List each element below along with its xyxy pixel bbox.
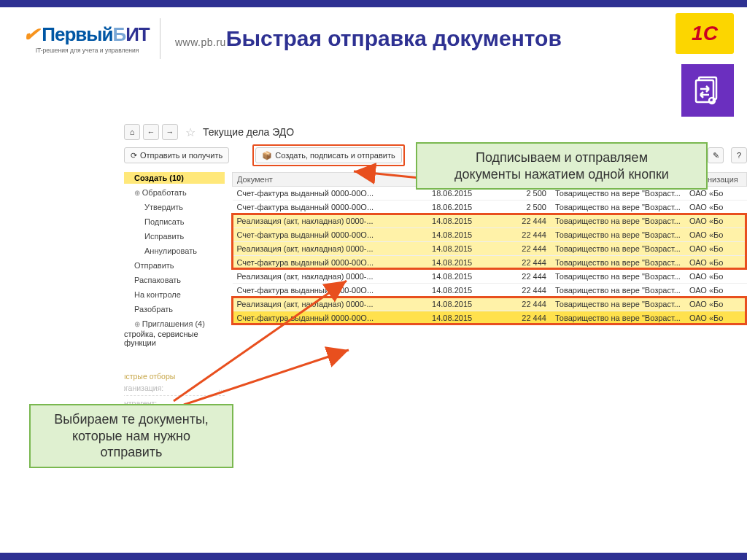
- service-functions-button[interactable]: стройка, сервисные функции: [124, 330, 225, 347]
- create-sign-send-highlight: 📦Создать, подписать и отправить: [252, 144, 405, 166]
- vendor-logo: ✔ПервыйБИТ IT-решения для учета и управл…: [0, 18, 160, 59]
- tree-item[interactable]: Приглашения (4): [124, 318, 225, 330]
- sidebar: Создать (10)ОбработатьУтвердитьПодписать…: [124, 172, 225, 347]
- vendor-tagline: IT-решения для учета и управления: [36, 47, 139, 54]
- tree-item[interactable]: Аннулировать: [124, 245, 225, 257]
- documents-grid[interactable]: ДокументДата ↓СуммаКонтрагентОрганизация…: [232, 172, 747, 325]
- tree-item[interactable]: Создать (10): [124, 172, 225, 184]
- table-row[interactable]: Реализация (акт, накладная) 0000-...14.0…: [233, 242, 747, 256]
- help-button[interactable]: ?: [731, 147, 747, 163]
- slide-title: Быстрая отправка документов: [226, 26, 562, 51]
- slide-bottom-bar: [0, 553, 747, 560]
- tree-item[interactable]: Разобрать: [124, 303, 225, 315]
- refresh-icon: ⟳: [131, 151, 137, 160]
- tree-item[interactable]: Обработать: [124, 187, 225, 198]
- package-icon: 📦: [262, 151, 272, 160]
- favorite-icon[interactable]: ☆: [185, 125, 196, 139]
- tree-item[interactable]: Подписать: [124, 216, 225, 228]
- tree-item[interactable]: Утвердить: [124, 201, 225, 213]
- filters-header: Быстрые отборы: [124, 372, 225, 381]
- slide-header: ✔ПервыйБИТ IT-решения для учета и управл…: [0, 13, 747, 64]
- create-sign-send-button[interactable]: 📦Создать, подписать и отправить: [255, 147, 402, 163]
- one-c-logo: 1С: [676, 13, 734, 54]
- home-button[interactable]: ⌂: [124, 124, 140, 140]
- grid-column-header[interactable]: Документ: [233, 173, 428, 187]
- table-row[interactable]: Реализация (акт, накладная) 0000-...14.0…: [233, 298, 747, 311]
- tree-item[interactable]: Отправить: [124, 260, 225, 271]
- table-row[interactable]: Счет-фактура выданный 0000-00О...14.08.2…: [233, 228, 747, 242]
- tree-item[interactable]: Распаковать: [124, 274, 225, 286]
- table-row[interactable]: Счет-фактура выданный 0000-00О...18.06.2…: [233, 201, 747, 214]
- table-row[interactable]: Счет-фактура выданный 0000-00О...14.08.2…: [233, 284, 747, 298]
- edit-button[interactable]: ✎: [708, 147, 724, 163]
- forward-button[interactable]: →: [162, 124, 178, 140]
- table-row[interactable]: Счет-фактура выданный 0000-00О...14.08.2…: [233, 311, 747, 325]
- table-row[interactable]: Счет-фактура выданный 0000-00О...14.08.2…: [233, 256, 747, 270]
- view-title: Текущие дела ЭДО: [203, 126, 294, 138]
- tree-item[interactable]: На контроле: [124, 289, 225, 300]
- grid-wrap: ДокументДата ↓СуммаКонтрагентОрганизация…: [232, 172, 747, 347]
- table-row[interactable]: Реализация (акт, накладная) 0000-...14.0…: [233, 214, 747, 228]
- back-button[interactable]: ←: [143, 124, 159, 140]
- table-row[interactable]: Реализация (акт, накладная) 0000-...14.0…: [233, 270, 747, 284]
- filter-row[interactable]: Организация:...: [124, 384, 225, 392]
- tree-item[interactable]: Исправить: [124, 230, 225, 242]
- edo-icon: [681, 64, 734, 117]
- slide-top-bar: [0, 0, 747, 7]
- vendor-url: www.pb.ru: [175, 36, 226, 48]
- send-receive-button[interactable]: ⟳Отправить и получить: [124, 147, 229, 163]
- callout-select-docs: Выбираем те документы, которые нам нужно…: [29, 404, 233, 468]
- callout-sign-send: Подписываем и отправляем документы нажат…: [416, 142, 708, 190]
